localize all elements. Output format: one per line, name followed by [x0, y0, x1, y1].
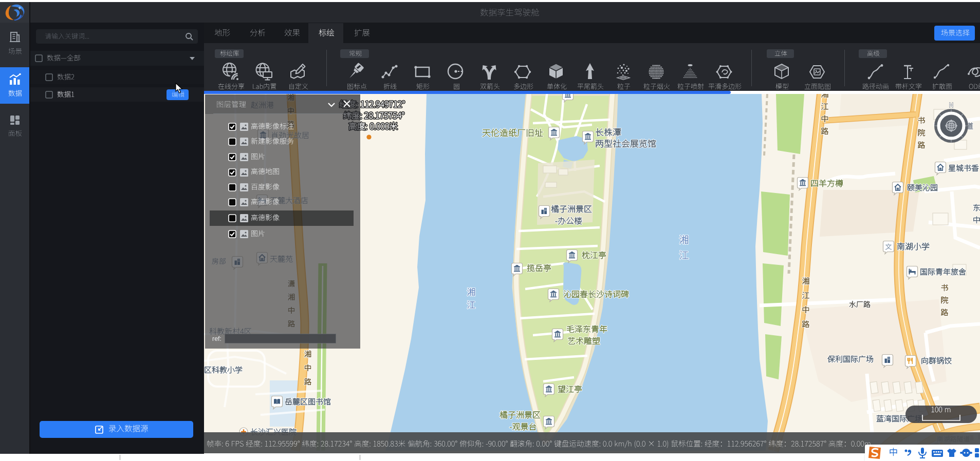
svg-text:ref:: ref:: [212, 335, 221, 342]
